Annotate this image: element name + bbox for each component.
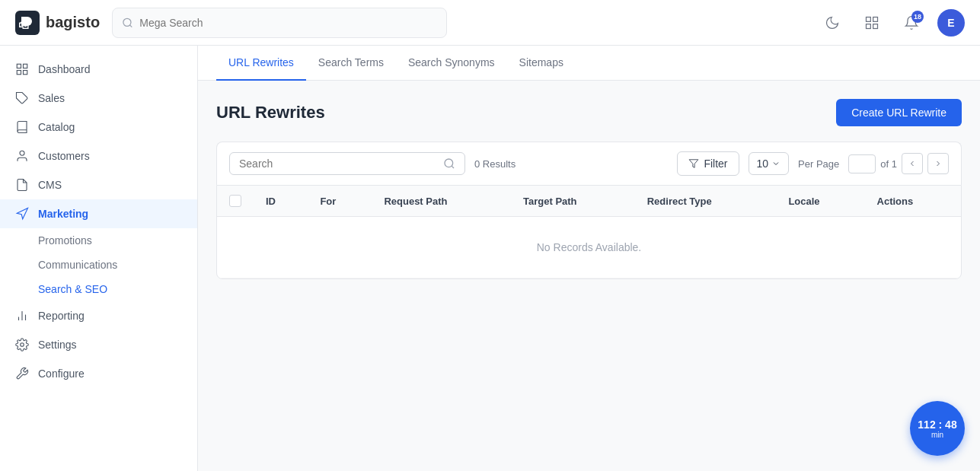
tab-search-synonyms[interactable]: Search Synonyms	[396, 46, 507, 81]
table-toolbar: 0 Results Filter 10 Per Page 1 of 1	[216, 142, 962, 185]
sidebar-label-sales: Sales	[38, 92, 65, 104]
gear-icon	[15, 338, 29, 352]
tab-search-terms[interactable]: Search Terms	[306, 46, 396, 81]
sidebar-item-dashboard[interactable]: Dashboard	[0, 55, 197, 84]
global-search-bar[interactable]	[112, 8, 447, 38]
sidebar-label-dashboard: Dashboard	[38, 63, 91, 75]
search-seo-label: Search & SEO	[38, 283, 107, 295]
column-request-path: Request Path	[372, 186, 511, 217]
wrench-icon	[15, 367, 29, 380]
per-page-select[interactable]: 10	[749, 152, 790, 175]
svg-text:🛍: 🛍	[18, 19, 29, 31]
column-locale: Locale	[776, 186, 864, 217]
sidebar-label-catalog: Catalog	[38, 121, 75, 133]
logo[interactable]: 🛍 bagisto	[15, 11, 100, 35]
svg-point-16	[21, 343, 24, 347]
data-table: ID For Request Path Target Path Redirect…	[216, 185, 962, 279]
pagination-prev-button[interactable]	[902, 153, 923, 174]
user-icon	[15, 149, 29, 163]
pagination-of: of 1	[880, 158, 897, 170]
search-icon	[122, 17, 133, 29]
select-all-checkbox[interactable]	[229, 195, 241, 207]
column-for: For	[308, 186, 372, 217]
column-id: ID	[254, 186, 308, 217]
page-content: URL Rewrites Create URL Rewrite 0 Result…	[198, 81, 980, 298]
sidebar-label-configure: Configure	[38, 368, 85, 380]
sidebar-item-configure[interactable]: Configure	[0, 359, 197, 388]
empty-message: No Records Available.	[217, 217, 961, 278]
global-search-input[interactable]	[139, 17, 437, 29]
per-page-value: 10	[757, 158, 769, 170]
results-count: 0 Results	[474, 158, 516, 170]
grid-icon	[15, 62, 29, 76]
tab-sitemaps[interactable]: Sitemaps	[507, 46, 576, 81]
notification-badge-count: 18	[911, 11, 924, 23]
communications-label: Communications	[38, 259, 117, 271]
marketing-sub-menu: Promotions Communications Search & SEO	[0, 228, 197, 301]
table-search-icon	[443, 158, 455, 170]
tag-icon	[15, 91, 29, 105]
notifications-button[interactable]: 18	[898, 9, 925, 37]
megaphone-icon	[15, 207, 29, 221]
bar-chart-icon	[15, 309, 29, 323]
grid-view-button[interactable]	[858, 9, 886, 37]
sidebar-item-communications[interactable]: Communications	[0, 253, 197, 277]
svg-rect-5	[867, 24, 871, 28]
sidebar-item-catalog[interactable]: Catalog	[0, 113, 197, 142]
svg-rect-6	[873, 24, 878, 28]
sidebar-item-sales[interactable]: Sales	[0, 84, 197, 113]
svg-rect-4	[873, 17, 878, 21]
sidebar-item-settings[interactable]: Settings	[0, 330, 197, 359]
svg-rect-8	[24, 64, 27, 68]
header: 🛍 bagisto 18 E	[0, 0, 980, 46]
sidebar-item-customers[interactable]: Customers	[0, 142, 197, 170]
timer-time: 112 : 48	[918, 418, 956, 431]
chevron-right-icon	[934, 159, 943, 168]
tab-url-rewrites[interactable]: URL Rewrites	[216, 46, 306, 81]
page-title: URL Rewrites	[216, 103, 325, 123]
sidebar-label-customers: Customers	[38, 150, 90, 162]
sidebar-item-search-seo[interactable]: Search & SEO	[0, 277, 197, 301]
svg-point-17	[445, 159, 453, 167]
tabs-bar: URL Rewrites Search Terms Search Synonym…	[198, 46, 980, 81]
column-actions: Actions	[865, 186, 961, 217]
logo-icon: 🛍	[15, 11, 40, 35]
logo-text: bagisto	[46, 14, 100, 31]
user-avatar[interactable]: E	[937, 9, 965, 37]
sidebar-label-cms: CMS	[38, 179, 62, 191]
sidebar-item-cms[interactable]: CMS	[0, 170, 197, 199]
table-header-row: ID For Request Path Target Path Redirect…	[217, 186, 961, 217]
header-actions: 18 E	[819, 9, 965, 37]
create-url-rewrite-button[interactable]: Create URL Rewrite	[836, 99, 962, 126]
svg-point-12	[20, 151, 24, 155]
sidebar-label-reporting: Reporting	[38, 310, 85, 322]
pagination-next-button[interactable]	[927, 153, 949, 174]
timer-unit: min	[931, 431, 943, 439]
pagination-page-input[interactable]: 1	[848, 154, 876, 173]
table-search-input[interactable]	[239, 158, 437, 170]
sidebar: Dashboard Sales Catalog Customers CMS	[0, 46, 198, 471]
per-page-label: Per Page	[798, 158, 839, 170]
svg-rect-3	[867, 17, 871, 21]
column-checkbox	[217, 186, 254, 217]
column-redirect-type: Redirect Type	[635, 186, 777, 217]
svg-point-2	[123, 18, 131, 26]
main-content: URL Rewrites Search Terms Search Synonym…	[198, 46, 980, 471]
table-search-wrap[interactable]	[229, 152, 465, 175]
sidebar-item-marketing[interactable]: Marketing	[0, 199, 197, 228]
theme-toggle-button[interactable]	[819, 9, 846, 37]
chevron-left-icon	[908, 159, 917, 168]
chevron-down-icon	[771, 159, 780, 168]
svg-marker-18	[690, 160, 699, 168]
svg-rect-9	[17, 71, 21, 75]
sidebar-item-reporting[interactable]: Reporting	[0, 301, 197, 330]
file-icon	[15, 178, 29, 192]
sidebar-item-promotions[interactable]: Promotions	[0, 228, 197, 253]
filter-button[interactable]: Filter	[677, 151, 739, 176]
pagination: 1 of 1	[848, 153, 949, 174]
content-header: URL Rewrites Create URL Rewrite	[216, 99, 962, 126]
table-empty-row: No Records Available.	[217, 217, 961, 278]
promotions-label: Promotions	[38, 234, 92, 247]
sidebar-label-settings: Settings	[38, 339, 77, 351]
column-target-path: Target Path	[511, 186, 635, 217]
